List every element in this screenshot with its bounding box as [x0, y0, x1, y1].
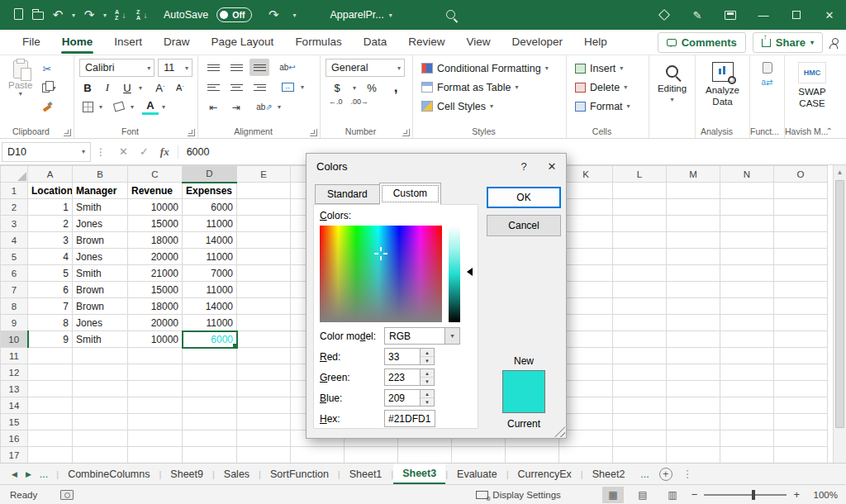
cell-K3[interactable]	[559, 216, 613, 232]
blue-spinner[interactable]: ▲▼	[421, 389, 435, 407]
tab-view[interactable]: View	[455, 31, 501, 54]
cell-A17[interactable]	[28, 447, 73, 464]
red-spinner[interactable]: ▲▼	[421, 348, 435, 365]
name-box[interactable]: D10▾	[2, 142, 91, 162]
cell-A8[interactable]: 7	[28, 298, 73, 315]
zoom-out-button[interactable]: −	[692, 488, 698, 501]
cell-B5[interactable]: Jones	[73, 249, 128, 265]
vertical-scrollbar[interactable]: ▲	[833, 165, 846, 463]
cell-C11[interactable]	[128, 348, 183, 364]
red-input[interactable]: 33	[384, 348, 421, 365]
cut-button[interactable]: ✂	[40, 60, 57, 77]
cell-A11[interactable]	[28, 348, 73, 364]
cell-O10[interactable]	[774, 331, 828, 348]
cell-A4[interactable]: 3	[28, 232, 73, 249]
cell-C17[interactable]	[128, 447, 183, 464]
close-button[interactable]: ✕	[813, 0, 846, 30]
column-header-E[interactable]: E	[237, 166, 291, 183]
cell-O12[interactable]	[774, 364, 828, 381]
cell-C5[interactable]: 20000	[128, 249, 183, 265]
cell-D6[interactable]: 7000	[183, 265, 237, 282]
increase-indent-button[interactable]: ⇥	[226, 98, 246, 116]
cell-K16[interactable]	[559, 430, 613, 447]
cell-L15[interactable]	[613, 414, 667, 430]
accounting-format-button[interactable]: $	[329, 79, 345, 96]
cell-M9[interactable]	[667, 315, 720, 331]
percent-style-button[interactable]: %	[364, 79, 380, 96]
cell-C3[interactable]: 15000	[128, 216, 183, 232]
cell-B9[interactable]: Jones	[73, 315, 128, 331]
cell-A10[interactable]: 9	[28, 331, 73, 348]
cell-M13[interactable]	[667, 381, 720, 397]
sheet-tab-sheet2[interactable]: Sheet2	[583, 464, 634, 484]
sheet-tab-currencyex[interactable]: CurrencyEx	[509, 464, 581, 484]
swap-case-button[interactable]: HMC SWAP CASE	[790, 59, 834, 109]
green-input[interactable]: 223	[384, 368, 421, 386]
zoom-level[interactable]: 100%	[808, 490, 838, 500]
cell-L11[interactable]	[613, 348, 667, 364]
cell-O16[interactable]	[774, 430, 828, 447]
cell-C4[interactable]: 18000	[128, 232, 183, 249]
tab-data[interactable]: Data	[353, 31, 398, 54]
cell-A3[interactable]: 2	[28, 216, 73, 232]
row-header-3[interactable]: 3	[1, 216, 28, 232]
cell-M12[interactable]	[667, 364, 720, 381]
cell-O7[interactable]	[774, 282, 828, 298]
cell-N5[interactable]	[720, 249, 774, 265]
vertical-scroll-thumb[interactable]	[835, 180, 844, 428]
cell-E9[interactable]	[237, 315, 291, 331]
hex-input[interactable]: #21DFD1	[384, 410, 435, 427]
cell-D4[interactable]: 14000	[183, 232, 237, 249]
cell-N6[interactable]	[720, 265, 774, 282]
number-dialog-launcher[interactable]	[402, 129, 410, 136]
maximize-button[interactable]	[780, 0, 813, 30]
cell-M10[interactable]	[667, 331, 720, 348]
cell-N11[interactable]	[720, 348, 774, 364]
cell-M15[interactable]	[667, 414, 720, 430]
cell-B16[interactable]	[73, 430, 128, 447]
insert-function-button[interactable]: fx	[160, 145, 169, 159]
dialog-tab-standard[interactable]: Standard	[315, 184, 380, 204]
cell-D8[interactable]: 14000	[183, 298, 237, 315]
redo-quick-icon[interactable]: ↷	[265, 7, 282, 22]
cell-O5[interactable]	[774, 249, 828, 265]
functions-buttons[interactable]: a⇄	[755, 59, 779, 88]
row-header-15[interactable]: 15	[1, 414, 28, 430]
borders-chevron-icon[interactable]: ▾	[99, 103, 102, 111]
scroll-up-icon[interactable]: ▲	[834, 165, 846, 178]
bold-button[interactable]: B	[79, 79, 96, 96]
cell-O3[interactable]	[774, 216, 828, 232]
cell-K4[interactable]	[559, 232, 613, 249]
cell-K2[interactable]	[559, 199, 613, 216]
row-header-1[interactable]: 1	[1, 183, 28, 199]
dialog-help-button[interactable]: ?	[510, 154, 538, 178]
cell-N2[interactable]	[720, 199, 774, 216]
spin-down-icon[interactable]: ▼	[421, 398, 434, 406]
spin-down-icon[interactable]: ▼	[421, 378, 434, 385]
clipboard-dialog-launcher[interactable]	[64, 129, 71, 136]
confirm-entry-button[interactable]: ✓	[140, 145, 149, 158]
styles-item-2[interactable]: Cell Styles▾	[418, 97, 561, 116]
align-middle-button[interactable]	[226, 59, 246, 76]
zoom-in-button[interactable]: +	[793, 488, 800, 501]
cell-D13[interactable]	[183, 381, 237, 397]
cell-C14[interactable]	[128, 397, 183, 414]
cell-B17[interactable]	[73, 447, 128, 464]
cells-item-delete[interactable]: Delete▾	[572, 78, 644, 97]
cell-M14[interactable]	[667, 397, 720, 414]
cell-D3[interactable]: 11000	[183, 216, 237, 232]
open-file-icon[interactable]	[30, 8, 46, 22]
cell-M1[interactable]	[667, 183, 720, 199]
paste-button[interactable]: Paste ▾	[5, 59, 36, 115]
qat-overflow-icon[interactable]: ▾	[290, 12, 298, 19]
merge-chevron-icon[interactable]: ▾	[301, 83, 304, 91]
cell-M17[interactable]	[667, 447, 720, 464]
cell-B6[interactable]: Smith	[73, 265, 128, 282]
cell-I17[interactable]	[452, 447, 506, 464]
cell-M2[interactable]	[667, 199, 720, 216]
cell-O14[interactable]	[774, 397, 828, 414]
cell-K11[interactable]	[559, 348, 613, 364]
column-header-O[interactable]: O	[774, 166, 828, 183]
cell-L3[interactable]	[613, 216, 667, 232]
sheet-tab-sheet9[interactable]: Sheet9	[161, 464, 212, 484]
